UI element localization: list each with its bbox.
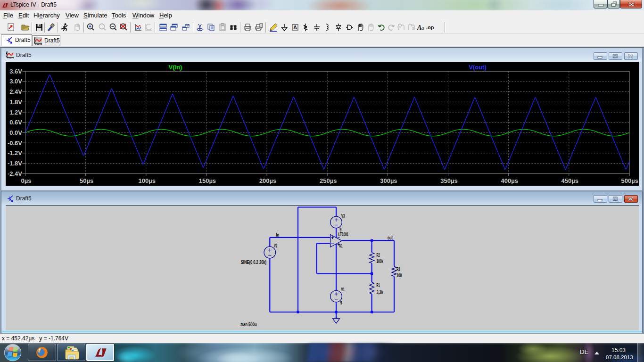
svg-text:a: a [421, 25, 424, 31]
svg-text:50µs: 50µs [80, 177, 93, 184]
svg-text:200µs: 200µs [259, 177, 276, 184]
svg-text:100: 100 [396, 273, 402, 278]
svg-text:V(in): V(in) [169, 64, 182, 71]
svg-text:3.0V: 3.0V [9, 78, 22, 85]
svg-text:-1.2V: -1.2V [8, 149, 22, 156]
svg-text:In: In [276, 232, 279, 238]
svg-text:350µs: 350µs [440, 177, 457, 184]
svg-text:0.0V: 0.0V [9, 129, 22, 136]
svg-text:out: out [388, 235, 393, 240]
svg-text:250µs: 250µs [320, 177, 337, 184]
svg-text:3.6V: 3.6V [9, 68, 22, 75]
svg-text:R3: R3 [396, 267, 400, 272]
svg-text:1.8V: 1.8V [9, 99, 22, 106]
svg-text:V(out): V(out) [469, 64, 487, 71]
svg-text:LT1001: LT1001 [339, 232, 349, 237]
svg-text:.tran 500u: .tran 500u [239, 322, 256, 327]
svg-text:150µs: 150µs [199, 177, 216, 184]
svg-text:SINE(0 0.2 20k): SINE(0 0.2 20k) [241, 260, 266, 265]
svg-text:A: A [417, 24, 421, 31]
svg-text:V3: V3 [341, 214, 345, 219]
svg-text:450µs: 450µs [561, 177, 578, 184]
svg-text:V1: V1 [341, 287, 345, 292]
svg-text:100µs: 100µs [139, 177, 156, 184]
svg-text:-1.8V: -1.8V [8, 160, 22, 167]
svg-text:300µs: 300µs [380, 177, 397, 184]
svg-text:0µs: 0µs [21, 177, 32, 184]
svg-text:-0.6V: -0.6V [8, 140, 22, 147]
svg-text:3,3k: 3,3k [376, 290, 383, 295]
svg-text:R1: R1 [376, 283, 380, 288]
svg-text:2.4V: 2.4V [9, 88, 22, 95]
svg-text:9: 9 [340, 300, 342, 305]
svg-text:0.6V: 0.6V [9, 119, 22, 126]
svg-text:V2: V2 [274, 243, 277, 248]
svg-text:400µs: 400µs [501, 177, 518, 184]
svg-text:3: 3 [412, 26, 414, 31]
svg-text:U1: U1 [339, 243, 343, 248]
svg-text:R2: R2 [376, 253, 380, 258]
svg-text:100k: 100k [376, 259, 383, 264]
svg-text:-2.4V: -2.4V [8, 170, 22, 177]
svg-text:A: A [293, 25, 297, 30]
svg-text:500µs: 500µs [621, 177, 638, 184]
svg-text:1.2V: 1.2V [9, 109, 22, 116]
svg-text:.op: .op [426, 25, 434, 30]
